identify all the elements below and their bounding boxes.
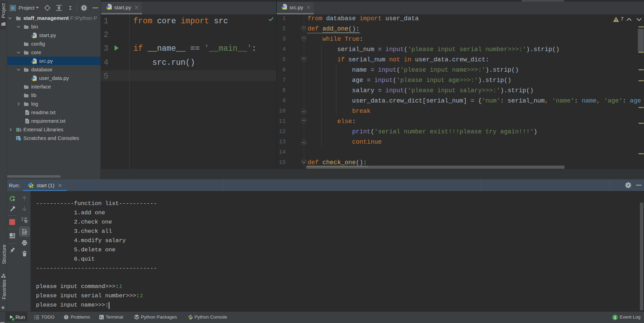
svg-text:1: 1 (614, 315, 616, 320)
